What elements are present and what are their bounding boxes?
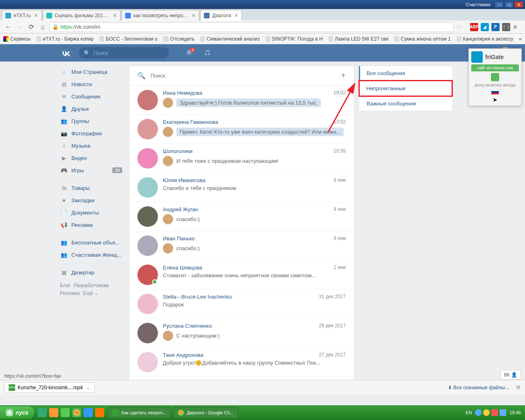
sidebar-item[interactable]: 📄Документы xyxy=(57,206,125,219)
tab-close-icon[interactable]: ✕ xyxy=(234,13,238,18)
filter-item[interactable]: Непрочитанные xyxy=(358,80,453,97)
browser-tab[interactable]: eTXT.ru✕ xyxy=(2,10,42,21)
ql-icon[interactable] xyxy=(49,408,58,417)
tab-close-icon[interactable]: ✕ xyxy=(34,13,38,18)
tray-icon[interactable] xyxy=(491,409,498,416)
dialog-item[interactable]: Екатерина Гамаюнова13:52 Привет, Катя! К… xyxy=(129,115,354,144)
dialog-item[interactable]: Таня Андронова27 дек 2017 Доброе утро!😊Д… xyxy=(129,348,354,377)
reload-button[interactable]: ⟳ xyxy=(26,22,36,32)
sidebar-item[interactable]: 🛍Товары xyxy=(57,182,125,194)
mini-avatar xyxy=(163,156,173,166)
sidebar-item[interactable]: 📢Реклама xyxy=(57,219,125,231)
browser-tab[interactable]: Диалоги✕ xyxy=(200,10,242,21)
ql-icon[interactable] xyxy=(38,408,47,417)
tray-icon[interactable] xyxy=(483,409,490,416)
dialog-item[interactable]: Юлия Иванисова8 янв Спасибо и тебя с пра… xyxy=(129,173,354,202)
maximize-button[interactable]: ▭ xyxy=(504,1,514,8)
avatar xyxy=(137,148,158,169)
download-item[interactable]: MP4 Koroche_720-kinosimk....mp4 ⌄ xyxy=(4,382,95,393)
new-dialog-button[interactable]: + xyxy=(341,71,346,80)
close-icon[interactable]: ✕ xyxy=(516,383,521,391)
sidebar-item[interactable]: 📷Фотографии xyxy=(57,127,125,139)
filter-panel: Все сообщенияНепрочитанныеВажные сообщен… xyxy=(358,66,453,111)
sidebar-item[interactable]: ★Закладки xyxy=(57,194,125,206)
dialog-item[interactable]: Иван Панько8 янв спасибо:) xyxy=(129,231,354,260)
filter-item[interactable]: Все сообщения xyxy=(359,66,452,80)
ql-icon[interactable] xyxy=(95,408,104,417)
notifications-button[interactable]: 3 xyxy=(185,49,193,57)
sidebar-item[interactable]: 👤Друзья xyxy=(57,103,125,115)
frigate-widget[interactable]: friGate сайт из списка vow proxy включен… xyxy=(468,48,522,106)
favicon-icon xyxy=(265,36,270,42)
sidebar-item[interactable]: ▶Видео xyxy=(57,152,125,164)
sidebar-item[interactable]: 👥Счастливая Женщ... xyxy=(57,249,125,261)
bookmark-item[interactable]: Сумка жіноча оптом 1 xyxy=(394,36,451,42)
tab-close-icon[interactable]: ✕ xyxy=(192,13,196,18)
sidebar-item[interactable]: ♫Музыка xyxy=(57,139,125,152)
address-bar: ← → ⟳ ⌂ 🔒 https://vk.com/im ☆ ABP ◢ P ⋮⋮… xyxy=(0,21,525,34)
vk-logo-icon[interactable] xyxy=(60,49,72,57)
news-icon: ▤ xyxy=(60,80,68,88)
bookmarks-bar: Сервисы eTXT.ru - Биржа копирБОСС - билл… xyxy=(0,34,525,44)
start-button[interactable]: пуск xyxy=(0,406,34,419)
sidebar-item[interactable]: ▤Новости xyxy=(57,78,125,90)
dialog-item[interactable]: Stella---Bruce-Lee Ivachenko31 дек 2017 … xyxy=(129,290,354,319)
url-input[interactable]: 🔒 https://vk.com/im xyxy=(49,22,454,32)
chevron-down-icon[interactable]: ⌄ xyxy=(86,385,90,390)
ql-icon[interactable] xyxy=(84,408,93,417)
apps-button[interactable]: Сервисы xyxy=(3,36,31,42)
bookmark-item[interactable]: БОСС - биллинговая о xyxy=(99,36,158,42)
vk-search-input[interactable]: 🔍 Поиск xyxy=(79,47,169,59)
system-tray[interactable]: EN 19:46 xyxy=(466,409,525,416)
browser-tab[interactable]: как посмотреть непрочита...✕ xyxy=(121,10,199,21)
status-text: https://vk.com/im?box=fav xyxy=(2,372,64,380)
filter-item[interactable]: Важные сообщения xyxy=(359,96,452,111)
tray-icon[interactable] xyxy=(500,409,506,416)
frigate-ext-icon[interactable]: ◢ xyxy=(481,23,489,31)
window-user: Счастливая xyxy=(466,2,491,7)
dialog-item[interactable]: Инна Немидова19:02 Здравствуйте:) Готов … xyxy=(129,86,354,115)
close-button[interactable]: ✕ xyxy=(514,1,523,8)
bookmark-item[interactable]: eTXT.ru - Биржа копир xyxy=(37,36,94,42)
menu-button[interactable]: ≡ xyxy=(510,22,520,32)
sidebar-item[interactable]: ▦Дезертир xyxy=(57,266,125,278)
home-button[interactable]: ⌂ xyxy=(38,22,48,32)
dialog-item[interactable]: Елена Шевцова2 янв Стоматит - заболевани… xyxy=(129,260,354,290)
tray-icon[interactable] xyxy=(475,409,482,416)
bookmark-item[interactable]: SINOPTIK: Погода в Н xyxy=(265,36,323,42)
star-icon[interactable]: ☆ xyxy=(456,23,462,31)
taskbar-task[interactable]: Как сделать непроч... xyxy=(108,407,171,418)
sidebar-item[interactable]: 🎮Игры38 xyxy=(57,164,125,176)
all-downloads-link[interactable]: ⬇ Все скачанные файлы... xyxy=(448,385,509,390)
tab-close-icon[interactable]: ✕ xyxy=(113,13,117,18)
sidebar-item[interactable]: 👥Группы xyxy=(57,115,125,127)
dialog-item[interactable]: Руслана Слипченко29 дек 2017 С наступающ… xyxy=(129,319,354,348)
dialog-item[interactable]: Шопоголики10:55 И тебя тоже с праздником… xyxy=(129,144,354,173)
dialog-name: Елена Шевцова xyxy=(163,265,202,271)
bookmark-item[interactable]: Отследить xyxy=(163,36,194,42)
sidebar-item[interactable]: 👥Бесплатные объя... xyxy=(57,236,125,249)
ql-icon[interactable] xyxy=(61,408,70,417)
back-button[interactable]: ← xyxy=(3,22,13,32)
sidebar-item[interactable]: ⌂Моя Страница xyxy=(57,66,125,78)
chrome-icon[interactable] xyxy=(72,408,81,417)
ext-icon[interactable]: P xyxy=(491,23,500,31)
forward-button[interactable]: → xyxy=(15,22,25,32)
side-badge[interactable]: 68👤 xyxy=(500,370,521,380)
dialog-item[interactable]: Андрей Жуган8 янв спасибо:) xyxy=(129,202,354,231)
minimize-button[interactable]: ─ xyxy=(495,1,504,8)
favicon-icon xyxy=(5,13,11,18)
bookmarks-overflow[interactable]: » xyxy=(519,36,522,42)
bookmark-item[interactable]: Канцелярия и аксессу xyxy=(457,36,514,42)
music-button[interactable] xyxy=(203,49,211,57)
bookmark-item[interactable]: Лампа LED 5W E27 све xyxy=(329,36,389,42)
taskbar-task[interactable]: Диалоги - Google Ch... xyxy=(173,407,238,418)
browser-tab[interactable]: Скачать фильмы 2018-201...✕ xyxy=(43,10,121,21)
ext-icon-2[interactable]: ⋮⋮ xyxy=(502,23,510,31)
sidebar-item[interactable]: ✉Сообщения xyxy=(57,90,125,103)
power-icon[interactable] xyxy=(491,73,499,81)
abp-icon[interactable]: ABP xyxy=(470,23,478,31)
bookmark-item[interactable]: Семантический анализ xyxy=(200,36,260,42)
dialog-search-input[interactable] xyxy=(151,73,341,79)
avatar xyxy=(137,90,158,110)
